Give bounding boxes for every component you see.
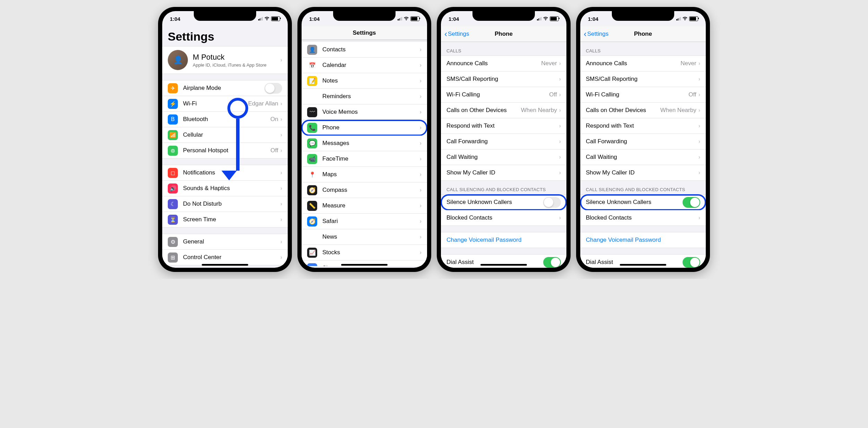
cell-show-my-caller-id[interactable]: Show My Caller ID› [580,165,706,180]
chevron-right-icon: › [698,154,700,160]
chevron-right-icon: › [420,234,422,240]
toggle-airplane-mode[interactable] [264,83,282,94]
screentime-icon: ⏳ [168,215,178,225]
cell-wi-fi-calling[interactable]: Wi-Fi CallingOff› [441,87,566,103]
cell-label: Change Voicemail Password [586,237,700,243]
chevron-right-icon: › [559,170,561,176]
cell-value: Off [688,91,696,98]
cell-calls-on-other-devices[interactable]: Calls on Other DevicesWhen Nearby› [580,103,706,118]
cell-facetime[interactable]: 📹FaceTime› [302,151,427,167]
cell-reminders[interactable]: ✓Reminders› [302,89,427,104]
cell-change-voicemail-password[interactable]: Change Voicemail Password [441,232,566,248]
notch [472,11,535,21]
cell-respond-with-text[interactable]: Respond with Text› [580,118,706,134]
cell-change-voicemail-password[interactable]: Change Voicemail Password [580,232,706,248]
cell-sms-call-reporting[interactable]: SMS/Call Reporting› [580,71,706,87]
toggle-silence-unknown-callers[interactable] [543,197,561,208]
wifi-icon [682,17,688,21]
cell-messages[interactable]: 💬Messages› [302,136,427,151]
measure-icon: 📏 [307,201,317,211]
chevron-right-icon: › [420,78,422,84]
chevron-right-icon: › [420,171,422,178]
section-header-calls: CALLS [580,48,706,55]
chevron-right-icon: › [420,218,422,224]
cell-call-waiting[interactable]: Call Waiting› [580,149,706,165]
cell-label: Change Voicemail Password [446,237,561,243]
cell-wi-fi-calling[interactable]: Wi-Fi CallingOff› [580,87,706,103]
cell-sounds-haptics[interactable]: 🔊Sounds & Haptics› [162,181,288,196]
cell-value: Never [541,60,557,67]
cell-contacts[interactable]: 👤Contacts› [302,42,427,58]
cell-sms-call-reporting[interactable]: SMS/Call Reporting› [441,71,566,87]
cell-announce-calls[interactable]: Announce CallsNever› [441,56,566,71]
cell-phone[interactable]: 📞Phone› [302,120,427,136]
chevron-right-icon: › [280,216,282,223]
back-button[interactable]: ‹Settings [444,29,469,39]
cell-news[interactable]: NNews› [302,229,427,245]
chevron-right-icon: › [698,76,700,82]
cell-general[interactable]: ⚙General› [162,234,288,250]
dnd-icon: ☾ [168,199,178,209]
chevron-right-icon: › [420,93,422,100]
cell-label: Calendar [322,62,420,69]
chevron-right-icon: › [280,101,282,107]
cell-control-center[interactable]: ⊞Control Center› [162,250,288,265]
cell-airplane-mode[interactable]: ✈Airplane Mode [162,80,288,96]
profile-cell[interactable]: 👤 M Potuck Apple ID, iCloud, iTunes & Ap… [162,46,288,74]
cell-label: Show My Caller ID [446,169,559,176]
cell-do-not-disturb[interactable]: ☾Do Not Disturb› [162,196,288,212]
cell-screen-time[interactable]: ⏳Screen Time› [162,212,288,227]
nav-title: Settings [353,29,376,36]
cell-value: Edgar Allan [248,100,278,107]
cell-calendar[interactable]: 📅Calendar› [302,58,427,73]
home-indicator[interactable] [202,264,248,266]
chevron-right-icon: › [698,60,700,67]
cell-wi-fi[interactable]: ⚡Wi-FiEdgar Allan› [162,96,288,112]
back-label: Settings [448,31,469,37]
cell-blocked-contacts[interactable]: Blocked Contacts › [580,210,706,225]
cell-call-forwarding[interactable]: Call Forwarding› [580,134,706,149]
cell-call-waiting[interactable]: Call Waiting› [441,149,566,165]
cell-dial-assist[interactable]: Dial Assist [441,255,566,268]
cell-measure[interactable]: 📏Measure› [302,198,427,214]
home-indicator[interactable] [341,264,388,266]
toggle-dial-assist[interactable] [543,257,561,268]
chevron-left-icon: ‹ [584,29,587,39]
home-indicator[interactable] [620,264,666,266]
cell-cellular[interactable]: 📶Cellular› [162,127,288,143]
cell-notes[interactable]: 📝Notes› [302,73,427,89]
cell-personal-hotspot[interactable]: ⊚Personal HotspotOff› [162,143,288,158]
toggle-silence-unknown-callers[interactable] [683,197,700,208]
cell-blocked-contacts[interactable]: Blocked Contacts › [441,210,566,225]
chevron-right-icon: › [280,147,282,154]
cell-show-my-caller-id[interactable]: Show My Caller ID› [441,165,566,180]
cell-compass[interactable]: 🧭Compass› [302,182,427,198]
cell-silence-unknown-callers[interactable]: Silence Unknown Callers [580,195,706,210]
home-indicator[interactable] [480,264,527,266]
chevron-right-icon: › [280,132,282,138]
cell-calls-on-other-devices[interactable]: Calls on Other DevicesWhen Nearby› [441,103,566,118]
cell-stocks[interactable]: 📈Stocks› [302,245,427,260]
chevron-right-icon: › [420,109,422,115]
cell-label: Bluetooth [183,116,270,123]
cell-silence-unknown-callers[interactable]: Silence Unknown Callers [441,195,566,210]
chevron-right-icon: › [420,125,422,131]
cell-label: Silence Unknown Callers [586,199,683,206]
cell-label: Control Center [183,254,280,261]
cell-call-forwarding[interactable]: Call Forwarding› [441,134,566,149]
cell-voice-memos[interactable]: 〰Voice Memos› [302,104,427,120]
cell-maps[interactable]: 📍Maps› [302,167,427,182]
cell-label: Screen Time [183,216,280,223]
toggle-dial-assist[interactable] [683,257,700,268]
cell-safari[interactable]: 🧭Safari› [302,214,427,229]
cell-label: Calls on Other Devices [446,107,521,114]
cell-dial-assist[interactable]: Dial Assist [580,255,706,268]
chevron-right-icon: › [280,185,282,191]
chevron-right-icon: › [559,60,561,67]
cell-respond-with-text[interactable]: Respond with Text› [441,118,566,134]
cell-announce-calls[interactable]: Announce CallsNever› [580,56,706,71]
news-icon: N [307,232,317,242]
back-button[interactable]: ‹Settings [584,29,608,39]
facetime-icon: 📹 [307,154,317,164]
cell-bluetooth[interactable]: BBluetoothOn› [162,112,288,127]
